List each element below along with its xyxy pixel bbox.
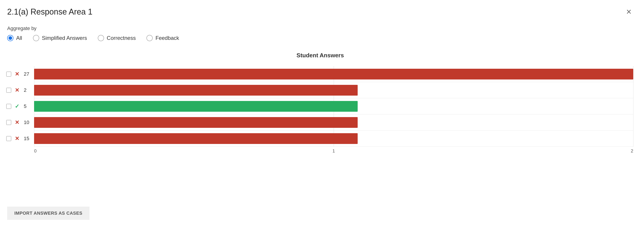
wrong-icon-2: ✕ xyxy=(15,87,19,93)
row-checkbox-4[interactable] xyxy=(6,120,11,125)
bar-wrapper-3 xyxy=(34,101,633,112)
radio-option-correctness[interactable]: Correctness xyxy=(98,35,136,41)
row-count-3: 5 xyxy=(24,103,32,109)
dialog-container: 2.1(a) Response Area 1 × Aggregate by Al… xyxy=(0,0,644,227)
radio-label-simplified: Simplified Answers xyxy=(42,35,87,41)
chart-title: Student Answers xyxy=(7,52,633,59)
radio-label-feedback: Feedback xyxy=(156,35,179,41)
table-row: ✕ 2 xyxy=(34,82,633,98)
table-row: ✓ 5 xyxy=(34,98,633,114)
aggregate-section: Aggregate by All Simplified Answers Corr… xyxy=(7,25,633,41)
radio-option-feedback[interactable]: Feedback xyxy=(146,35,179,41)
row-checkbox-1[interactable] xyxy=(6,72,11,77)
radio-circle-all xyxy=(7,35,14,41)
dialog-header: 2.1(a) Response Area 1 × xyxy=(7,7,633,16)
wrong-icon-1: ✕ xyxy=(15,71,19,77)
chart-section: Student Answers ✕ 27 xyxy=(7,52,633,154)
chart-body: ✕ 27 ✕ 2 xyxy=(34,66,633,147)
radio-circle-simplified xyxy=(33,35,39,41)
bar-wrapper-4 xyxy=(34,117,633,128)
row-controls-4: ✕ 10 xyxy=(7,119,32,126)
import-answers-button[interactable]: IMPORT ANSWERS AS CASES xyxy=(7,207,90,220)
grid-line-2 xyxy=(633,66,634,147)
dialog-title: 2.1(a) Response Area 1 xyxy=(7,7,92,16)
radio-label-all: All xyxy=(16,35,22,41)
row-controls-5: ✕ 15 xyxy=(7,135,32,142)
row-controls-2: ✕ 2 xyxy=(7,87,32,93)
radio-circle-correctness xyxy=(98,35,104,41)
aggregate-label: Aggregate by xyxy=(7,25,633,31)
radio-label-correctness: Correctness xyxy=(107,35,136,41)
radio-option-all[interactable]: All xyxy=(7,35,22,41)
bar-3 xyxy=(34,101,358,112)
axis-labels: 0 1 2 xyxy=(34,147,633,154)
wrong-icon-4: ✕ xyxy=(15,119,19,126)
axis-label-1: 1 xyxy=(332,148,335,154)
chart-rows: ✕ 27 ✕ 2 xyxy=(34,66,633,147)
wrong-icon-5: ✕ xyxy=(15,135,19,142)
row-checkbox-5[interactable] xyxy=(6,136,11,141)
row-count-4: 10 xyxy=(24,120,32,125)
axis-label-0: 0 xyxy=(34,148,36,154)
row-count-1: 27 xyxy=(24,71,32,77)
bar-wrapper-1 xyxy=(34,69,633,79)
radio-group: All Simplified Answers Correctness Feedb… xyxy=(7,35,633,41)
bar-2 xyxy=(34,85,358,96)
row-controls-3: ✓ 5 xyxy=(7,103,32,109)
close-button[interactable]: × xyxy=(624,7,633,16)
row-count-5: 15 xyxy=(24,136,32,142)
row-count-2: 2 xyxy=(24,87,32,93)
correct-icon-3: ✓ xyxy=(15,103,19,109)
bar-4 xyxy=(34,117,358,128)
bar-1 xyxy=(34,69,633,79)
table-row: ✕ 15 xyxy=(34,131,633,147)
chart-container: ✕ 27 ✕ 2 xyxy=(7,66,633,154)
table-row: ✕ 10 xyxy=(34,114,633,131)
row-checkbox-3[interactable] xyxy=(6,104,11,109)
table-row: ✕ 27 xyxy=(34,66,633,82)
radio-option-simplified[interactable]: Simplified Answers xyxy=(33,35,87,41)
row-checkbox-2[interactable] xyxy=(6,88,11,93)
bar-wrapper-2 xyxy=(34,85,633,96)
bar-wrapper-5 xyxy=(34,133,633,144)
bar-5 xyxy=(34,133,358,144)
axis-label-2: 2 xyxy=(631,148,633,154)
row-controls-1: ✕ 27 xyxy=(7,71,32,77)
radio-circle-feedback xyxy=(146,35,153,41)
